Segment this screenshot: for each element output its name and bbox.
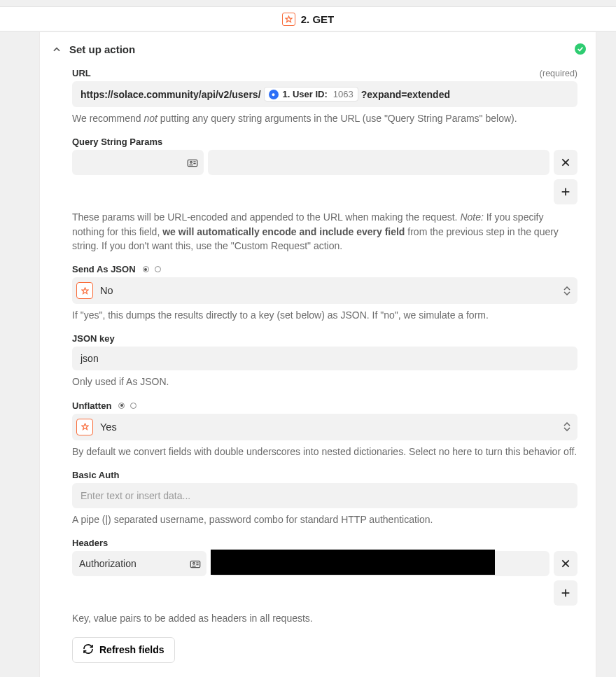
headers-label: Headers	[72, 538, 578, 548]
field-json-key: JSON key json Only used if As JSON.	[72, 333, 578, 389]
header-remove-button[interactable]	[554, 551, 578, 576]
app-icon	[76, 419, 93, 435]
token-label: 1. User ID:	[283, 89, 328, 99]
basic-auth-helper: A pipe (|) separated username, password …	[72, 512, 578, 526]
send-json-helper: If "yes", this dumps the results directl…	[72, 308, 578, 322]
app-icon	[76, 282, 93, 299]
url-helper: We recommend not putting any query strin…	[72, 111, 578, 125]
app-icon	[282, 13, 295, 26]
field-qsp: Query String Params	[72, 137, 578, 253]
url-suffix: ?expand=extended	[361, 89, 450, 100]
chevron-up-icon	[51, 44, 62, 55]
status-success-icon	[575, 43, 586, 55]
header-value-input[interactable]	[211, 551, 550, 576]
url-prefix: https://solace.community/api/v2/users/	[80, 89, 261, 100]
field-headers: Headers Authorization	[72, 538, 578, 625]
field-url: URL (required) https://solace.community/…	[72, 68, 578, 125]
refresh-fields-label: Refresh fields	[99, 644, 164, 655]
json-key-input[interactable]: json	[72, 347, 578, 370]
unflatten-helper: By default we convert fields with double…	[72, 445, 578, 459]
json-key-value: json	[80, 353, 99, 364]
header-add-button[interactable]	[554, 580, 578, 606]
action-panel: Set up action URL (required) https://sol…	[39, 32, 596, 677]
svg-point-10	[193, 563, 195, 565]
token-value: 1063	[333, 89, 354, 99]
send-json-label: Send As JSON	[72, 264, 136, 274]
basic-auth-input[interactable]	[72, 483, 578, 508]
headers-helper: Key, value pairs to be added as headers …	[72, 611, 578, 625]
step-header: 2. GET	[0, 6, 616, 32]
qsp-label: Query String Params	[72, 137, 578, 147]
qsp-remove-button[interactable]	[554, 150, 578, 175]
header-key-text: Authorization	[79, 558, 136, 569]
field-send-json: Send As JSON No	[72, 264, 578, 322]
token-source-icon: ●	[269, 90, 279, 99]
field-unflatten: Unflatten Yes	[72, 400, 578, 459]
qsp-helper: These params will be URL-encoded and app…	[72, 210, 578, 253]
field-basic-auth: Basic Auth A pipe (|) separated username…	[72, 470, 578, 526]
header-key-input[interactable]: Authorization	[72, 551, 206, 576]
insert-data-icon[interactable]	[187, 158, 197, 167]
url-required: (required)	[540, 69, 578, 78]
step-title: 2. GET	[301, 13, 335, 25]
refresh-fields-button[interactable]: Refresh fields	[72, 637, 175, 663]
svg-point-1	[190, 162, 192, 164]
qsp-value-input[interactable]	[208, 150, 550, 175]
select-caret-icon	[564, 286, 570, 295]
url-token[interactable]: ● 1. User ID: 1063	[264, 87, 358, 102]
url-label: URL	[72, 68, 91, 78]
json-key-helper: Only used if As JSON.	[72, 375, 578, 389]
qsp-value-text[interactable]	[215, 157, 542, 168]
send-json-radio-group[interactable]	[143, 266, 161, 272]
qsp-key-text[interactable]	[79, 157, 187, 168]
section-title: Set up action	[69, 43, 135, 55]
unflatten-label: Unflatten	[72, 400, 111, 411]
section-header[interactable]: Set up action	[51, 43, 578, 55]
unflatten-select[interactable]: Yes	[72, 414, 578, 440]
unflatten-value: Yes	[100, 421, 117, 433]
refresh-icon	[83, 643, 94, 657]
qsp-key-input[interactable]	[72, 150, 204, 175]
qsp-add-button[interactable]	[554, 179, 578, 204]
insert-data-icon[interactable]	[190, 559, 200, 568]
select-caret-icon	[564, 422, 570, 431]
send-json-select[interactable]: No	[72, 277, 578, 304]
redacted-value	[211, 550, 495, 575]
json-key-label: JSON key	[72, 333, 578, 344]
radio-option-2[interactable]	[155, 266, 161, 272]
radio-option-1[interactable]	[118, 403, 125, 409]
send-json-value: No	[100, 285, 113, 296]
radio-option-2[interactable]	[130, 403, 136, 409]
radio-option-1[interactable]	[143, 266, 149, 272]
url-input[interactable]: https://solace.community/api/v2/users/ ●…	[72, 81, 578, 107]
unflatten-radio-group[interactable]	[118, 403, 136, 409]
basic-auth-label: Basic Auth	[72, 470, 578, 480]
